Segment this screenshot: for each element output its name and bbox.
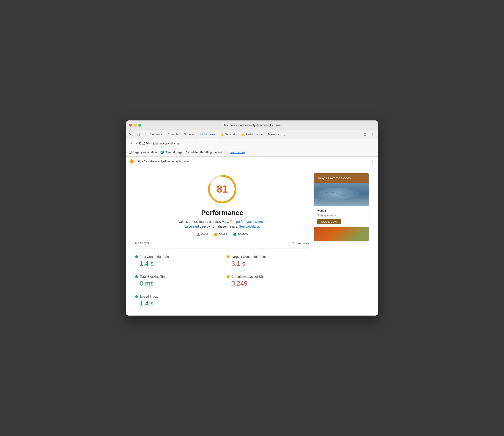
lcp-name: Largest Contentful Paint (231, 255, 266, 259)
metric-lcp: Largest Contentful Paint 3.1 s (222, 251, 309, 271)
url-text: https://foul-heavenly-direction.glitch.m… (137, 160, 368, 163)
cls-dot (227, 275, 229, 278)
metrics-divider (135, 248, 309, 248)
si-value: 1.4 s (135, 300, 217, 307)
tab-sources[interactable]: Sources (181, 130, 198, 139)
cls-value: 0.249 (227, 280, 309, 287)
svg-rect-1 (137, 133, 139, 136)
calculator-link[interactable]: See calculator. (239, 225, 260, 228)
legacy-nav-checkbox[interactable] (129, 151, 132, 154)
perf-desc-text2: directly from these metrics. (199, 225, 239, 228)
food-name: Fesh (317, 208, 365, 213)
settings-icon[interactable]: ⚙ (362, 132, 368, 138)
network-warn-icon: ⚠️ (220, 133, 224, 136)
device-icon[interactable] (136, 132, 142, 138)
performance-description: Values are estimated and may vary. The p… (172, 219, 273, 229)
food-card-header: Tony's Favorite Foods (314, 173, 369, 183)
maximize-button[interactable] (138, 124, 141, 127)
svg-rect-0 (130, 133, 131, 134)
tab-elements[interactable]: Elements (147, 130, 165, 139)
title-bar: DevTools - foul-heavenly-direction.glitc… (126, 120, 378, 130)
window-title: DevTools - foul-heavenly-direction.glitc… (223, 123, 281, 127)
tab-more[interactable]: » (282, 133, 287, 137)
lcp-dot (227, 255, 229, 258)
performance-title: Performance (135, 209, 309, 217)
metrics-header: METRICS Expand view (135, 242, 309, 245)
perf-desc-text1: Values are estimated and may vary. The (178, 220, 236, 224)
lcp-value: 3.1 s (227, 260, 309, 267)
fcp-dot (135, 255, 138, 258)
clear-storage-checkbox-label[interactable]: Clear storage (161, 150, 183, 154)
tab-console[interactable]: Console (165, 130, 181, 139)
metric-tbt: Total Blocking Time 0 ms (135, 271, 222, 291)
traffic-lights (129, 124, 141, 127)
add-session-button[interactable]: + (129, 141, 134, 146)
food-card-footer (314, 227, 369, 241)
si-dot (135, 295, 138, 298)
session-bar: + 4:57:16 PM – foul-heavenly-di ▾ ⊘ (126, 139, 378, 148)
metrics-label: METRICS (135, 242, 149, 245)
options-bar: Legacy navigation Clear storage Simulate… (126, 148, 378, 157)
tbt-name: Total Blocking Time (140, 275, 167, 278)
metrics-section: METRICS Expand view First Contentful Pai… (135, 242, 309, 311)
throttling-select[interactable]: Simulated throttling (default) ▾ (186, 150, 226, 154)
session-timestamp: 4:57:16 PM – foul-heavenly-di (136, 142, 173, 145)
close-button[interactable] (129, 124, 132, 127)
right-panel: Tony's Favorite Foods Fesh Salty goodnes… (314, 173, 369, 311)
legend-fail-label: 0–49 (201, 233, 208, 236)
score-value: 81 (217, 183, 228, 195)
legend-average-label: 50–89 (219, 233, 227, 236)
pros-cons-button[interactable]: PROS & CONS (317, 219, 341, 224)
throttling-arrow: ▾ (224, 150, 226, 154)
clear-storage-checkbox[interactable] (161, 151, 164, 154)
expand-view-button[interactable]: Expand view (292, 242, 309, 245)
devtools-icon-group (128, 132, 142, 138)
tab-divider (145, 132, 146, 137)
average-icon (214, 233, 217, 236)
svg-rect-2 (139, 134, 140, 135)
score-legend: 0–49 50–89 90–100 (135, 233, 309, 236)
performance-warn-icon: ⚠️ (241, 133, 245, 136)
fail-icon (197, 233, 200, 236)
legend-good-label: 90–100 (238, 233, 248, 236)
url-kebab-menu[interactable]: ⋮ (370, 159, 375, 164)
legend-good: 90–100 (233, 233, 248, 236)
tbt-value: 0 ms (135, 280, 217, 287)
clear-storage-label: Clear storage (165, 150, 183, 154)
devtools-tabs-bar: Elements Console Sources Lighthouse ⚠️ N… (126, 130, 378, 139)
food-desc: Salty goodness (317, 214, 365, 217)
si-name: Speed Index (140, 295, 158, 298)
food-card-body: Fesh Salty goodness PROS & CONS (314, 206, 369, 227)
tab-lighthouse[interactable]: Lighthouse (198, 130, 218, 139)
minimize-button[interactable] (134, 124, 137, 127)
tab-network[interactable]: ⚠️ Network (218, 130, 238, 139)
tab-performance[interactable]: ⚠️ Performance (238, 130, 265, 139)
good-icon (233, 233, 236, 236)
metric-fcp: First Contentful Paint 1.4 s (135, 251, 222, 271)
cls-name: Cumulative Layout Shift (231, 275, 265, 278)
svg-point-7 (341, 190, 359, 198)
food-card-image (314, 183, 369, 206)
session-dropdown-arrow: ▾ (174, 142, 175, 145)
metric-si: Speed Index 1.4 s (135, 291, 222, 311)
tbt-dot (135, 275, 138, 278)
score-circle: 81 (206, 173, 238, 205)
kebab-menu-icon[interactable]: ⋮ (370, 132, 376, 138)
main-content: 81 Performance Values are estimated and … (126, 166, 378, 316)
metric-cls: Cumulative Layout Shift 0.249 (222, 271, 309, 291)
legend-average: 50–89 (214, 233, 227, 236)
food-card: Tony's Favorite Foods Fesh Salty goodnes… (314, 173, 369, 241)
legend-fail: 0–49 (197, 233, 208, 236)
throttling-label: Simulated throttling (default) (186, 150, 224, 154)
fcp-value: 1.4 s (135, 260, 217, 267)
toolbar-right: ⚙ ⋮ (362, 132, 376, 138)
legacy-nav-checkbox-label[interactable]: Legacy navigation (129, 150, 157, 154)
learn-more-link[interactable]: Learn more (229, 150, 245, 154)
inspect-icon[interactable] (128, 132, 134, 138)
metrics-grid: First Contentful Paint 1.4 s Largest Con… (135, 251, 309, 311)
tab-memory[interactable]: Memory (265, 130, 282, 139)
favicon-icon: 🔶 (129, 159, 134, 164)
score-circle-container: 81 (135, 173, 309, 205)
session-selector[interactable]: 4:57:16 PM – foul-heavenly-di ▾ (136, 142, 175, 145)
block-icon[interactable]: ⊘ (177, 142, 180, 145)
